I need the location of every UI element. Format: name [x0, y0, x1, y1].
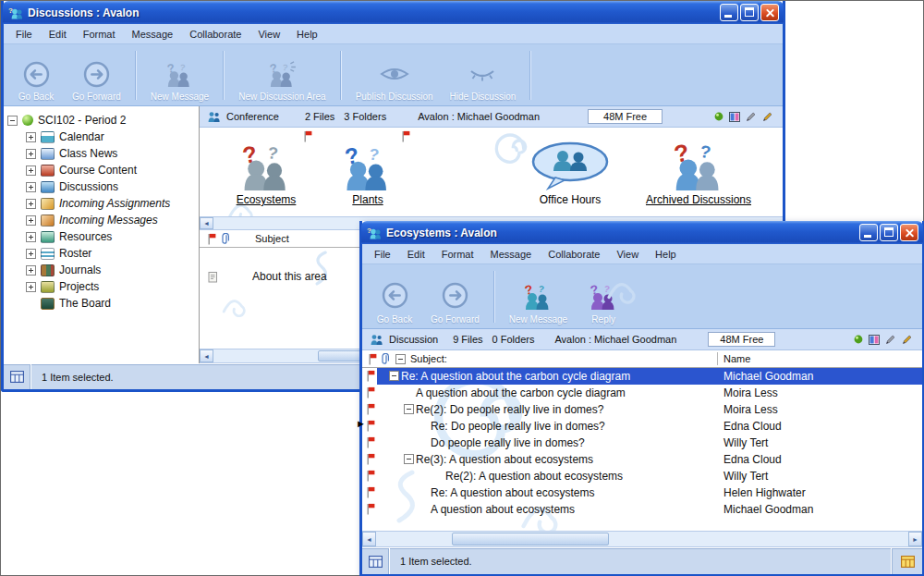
message-row[interactable]: A question about the carbon cycle diagra…	[362, 385, 922, 401]
tree-item-the-board[interactable]: The Board	[26, 295, 199, 312]
tree-item-incoming-assignments[interactable]: Incoming Assignments	[26, 195, 199, 212]
message-row[interactable]: Re(2): Do people really live in domes?Mo…	[362, 401, 922, 418]
expand-box-icon[interactable]	[26, 165, 36, 176]
menu-format[interactable]: Format	[433, 247, 482, 262]
shortcut-archived-discussions[interactable]: ??Archived Discussions	[621, 133, 776, 206]
toolbar-publish-discussion-button[interactable]: Publish Discussion	[348, 47, 441, 104]
tree-item-course-content[interactable]: Course Content	[26, 162, 199, 178]
compose-pencil-icon[interactable]	[762, 111, 773, 122]
message-row[interactable]: Re(2): A question about ecosystemsWilly …	[362, 468, 922, 484]
expand-box-icon[interactable]	[26, 249, 36, 259]
message-row[interactable]: Re(3): A question about ecosystemsEdna C…	[362, 451, 922, 468]
message-row[interactable]: Do people really live in domes?Willy Ter…	[362, 435, 922, 451]
paperclip-icon[interactable]	[382, 353, 391, 365]
scroll-left-button[interactable]: ◄	[200, 217, 213, 229]
menu-help[interactable]: Help	[647, 247, 685, 262]
menu-format[interactable]: Format	[75, 27, 124, 42]
scrollbar-track[interactable]	[376, 532, 908, 546]
expand-box-icon[interactable]	[26, 282, 36, 292]
message-row[interactable]: Re: Do people really live in domes?Edna …	[362, 418, 922, 435]
minimize-button[interactable]	[859, 224, 878, 241]
tree-item-class-news[interactable]: Class News	[26, 145, 199, 162]
compose-pencil-icon[interactable]	[902, 334, 913, 345]
maximize-button[interactable]	[880, 224, 898, 241]
flag-icon[interactable]	[368, 353, 377, 365]
close-button[interactable]	[760, 4, 779, 21]
menu-message[interactable]: Message	[482, 247, 541, 262]
titlebar-ecosystems[interactable]: ? Ecosystems : Avalon	[361, 221, 923, 244]
tree-item-projects[interactable]: Projects	[26, 278, 199, 295]
collapse-box-icon[interactable]	[7, 116, 18, 126]
scroll-right-button[interactable]: ►	[908, 532, 922, 546]
tree-item-incoming-messages[interactable]: Incoming Messages	[26, 212, 199, 228]
shortcut-plants[interactable]: ??Plants	[320, 133, 416, 206]
subject-column-header[interactable]: Subject	[255, 233, 289, 244]
collapse-box-icon[interactable]	[404, 454, 414, 464]
tree-item-calendar[interactable]: Calendar	[26, 129, 199, 145]
menu-edit[interactable]: Edit	[399, 247, 433, 262]
status-grid-icon[interactable]	[4, 364, 30, 389]
status-grid-orange-icon[interactable]	[892, 548, 922, 574]
new-message-icon: ??	[165, 59, 193, 89]
expand-box-icon[interactable]	[26, 215, 36, 226]
message-row[interactable]: Re: A question about ecosystemsHelen Hig…	[362, 484, 922, 501]
scroll-left-button[interactable]: ◄	[200, 349, 213, 362]
message-row[interactable]: Re: A question about the carbon cycle di…	[362, 368, 922, 385]
expand-box-icon[interactable]	[26, 182, 36, 192]
status-dot-icon[interactable]	[714, 112, 723, 121]
toolbar-reply-button[interactable]: ??Reply	[577, 267, 630, 326]
tree-item-roster[interactable]: Roster	[26, 245, 199, 262]
expand-box-icon[interactable]	[26, 199, 36, 209]
tree-item-resources[interactable]: Resources	[26, 228, 199, 245]
expand-box-icon[interactable]	[26, 149, 36, 159]
titlebar-discussions[interactable]: ? Discussions : Avalon	[3, 1, 784, 24]
menu-collaborate[interactable]: Collaborate	[540, 247, 608, 262]
menu-help[interactable]: Help	[288, 27, 326, 42]
tree-root[interactable]: SCI102 - Period 2	[7, 112, 199, 129]
toolbar-go-forward-button[interactable]: Go Forward	[65, 47, 128, 104]
subject-column-header[interactable]: Subject:	[410, 353, 447, 364]
toolbar-new-message-button[interactable]: ??New Message	[502, 267, 575, 326]
expand-box-icon[interactable]	[26, 132, 36, 142]
toolbar-go-back-button[interactable]: Go Back	[9, 47, 63, 104]
toolbar-go-forward-button[interactable]: Go Forward	[423, 267, 487, 326]
menu-file[interactable]: File	[366, 247, 399, 262]
toolbar-new-discussion-area-button[interactable]: ??New Discussion Area	[231, 47, 333, 104]
splitter-arrow-icon[interactable]: ►	[356, 418, 366, 429]
scroll-left-button[interactable]: ◄	[362, 532, 376, 546]
edit-pencil-icon[interactable]	[746, 111, 757, 122]
message-row[interactable]: A question about ecosystemsMichael Goodm…	[362, 501, 922, 518]
toolbar-hide-discussion-button[interactable]: Hide Discussion	[443, 47, 524, 104]
minimize-button[interactable]	[720, 4, 738, 21]
toolbar-new-message-button[interactable]: ??New Message	[143, 47, 216, 104]
tree-item-journals[interactable]: Journals	[26, 262, 199, 278]
edit-pencil-icon[interactable]	[885, 334, 896, 345]
collapse-box-icon[interactable]	[389, 371, 399, 381]
split-view-icon[interactable]	[869, 335, 880, 345]
menu-file[interactable]: File	[7, 27, 41, 42]
menu-view[interactable]: View	[608, 247, 647, 262]
expand-box-icon[interactable]	[26, 265, 36, 276]
collapse-box-icon[interactable]	[404, 404, 414, 414]
shortcut-area: ??Ecosystems??PlantsOffice Hours??Archiv…	[200, 128, 783, 216]
shortcut-ecosystems[interactable]: ??Ecosystems	[214, 133, 318, 206]
split-view-icon[interactable]	[729, 112, 740, 122]
menu-message[interactable]: Message	[124, 27, 182, 42]
toolbar-go-back-button[interactable]: Go Back	[368, 267, 421, 326]
scrollbar-thumb[interactable]	[452, 533, 609, 545]
collapse-all-icon[interactable]	[395, 354, 406, 364]
menu-collaborate[interactable]: Collaborate	[181, 27, 249, 42]
menu-view[interactable]: View	[249, 27, 288, 42]
status-grid-icon[interactable]	[362, 548, 389, 574]
menu-edit[interactable]: Edit	[41, 27, 75, 42]
expand-box-icon[interactable]	[26, 232, 36, 242]
close-button[interactable]	[900, 224, 918, 241]
name-column-header[interactable]: Name	[723, 353, 750, 364]
horizontal-scrollbar[interactable]: ◄ ►	[362, 531, 922, 547]
maximize-button[interactable]	[740, 4, 759, 21]
message-author: Michael Goodman	[723, 370, 813, 383]
shortcut-office-hours[interactable]: Office Hours	[512, 133, 628, 206]
tree-item-discussions[interactable]: Discussions	[26, 178, 199, 195]
status-dot-icon[interactable]	[854, 335, 863, 344]
column-divider[interactable]	[717, 352, 718, 365]
